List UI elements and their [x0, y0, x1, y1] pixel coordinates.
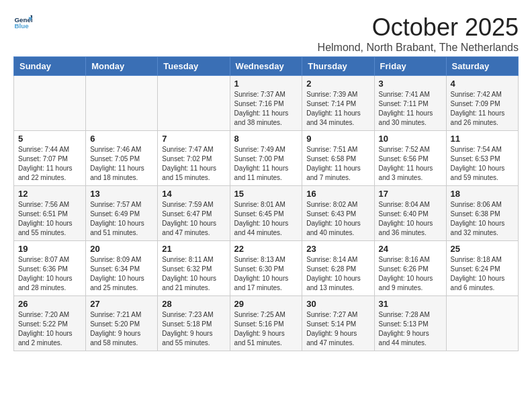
calendar-week-row: 19Sunrise: 8:07 AM Sunset: 6:36 PM Dayli… — [14, 241, 519, 296]
calendar-day-27: 27Sunrise: 7:21 AM Sunset: 5:20 PM Dayli… — [86, 296, 158, 351]
day-info: Sunrise: 8:09 AM Sunset: 6:34 PM Dayligh… — [90, 255, 153, 293]
month-title: October 2025 — [318, 13, 519, 42]
weekday-header-friday: Friday — [374, 57, 446, 76]
weekday-header-row: SundayMondayTuesdayWednesdayThursdayFrid… — [14, 57, 519, 76]
day-number: 16 — [306, 189, 369, 199]
day-number: 24 — [379, 244, 442, 254]
day-info: Sunrise: 7:42 AM Sunset: 7:09 PM Dayligh… — [451, 90, 514, 128]
day-info: Sunrise: 8:07 AM Sunset: 6:36 PM Dayligh… — [18, 255, 81, 293]
calendar-day-14: 14Sunrise: 7:59 AM Sunset: 6:47 PM Dayli… — [158, 186, 230, 241]
day-info: Sunrise: 8:11 AM Sunset: 6:32 PM Dayligh… — [162, 255, 225, 293]
day-number: 18 — [451, 189, 514, 199]
calendar-day-20: 20Sunrise: 8:09 AM Sunset: 6:34 PM Dayli… — [86, 241, 158, 296]
day-info: Sunrise: 7:47 AM Sunset: 7:02 PM Dayligh… — [162, 145, 225, 183]
svg-text:Blue: Blue — [14, 22, 29, 30]
day-number: 26 — [18, 299, 81, 309]
calendar-empty-cell — [14, 76, 86, 131]
day-info: Sunrise: 7:23 AM Sunset: 5:18 PM Dayligh… — [162, 310, 225, 348]
calendar-day-6: 6Sunrise: 7:46 AM Sunset: 7:05 PM Daylig… — [86, 131, 158, 186]
calendar-day-29: 29Sunrise: 7:25 AM Sunset: 5:16 PM Dayli… — [230, 296, 302, 351]
calendar-table: SundayMondayTuesdayWednesdayThursdayFrid… — [13, 56, 519, 351]
day-info: Sunrise: 8:02 AM Sunset: 6:43 PM Dayligh… — [306, 200, 369, 238]
weekday-header-thursday: Thursday — [302, 57, 374, 76]
day-number: 11 — [451, 134, 514, 144]
day-number: 6 — [90, 134, 153, 144]
day-number: 29 — [234, 299, 298, 309]
day-number: 23 — [306, 244, 369, 254]
calendar-day-12: 12Sunrise: 7:56 AM Sunset: 6:51 PM Dayli… — [14, 186, 86, 241]
day-info: Sunrise: 7:28 AM Sunset: 5:13 PM Dayligh… — [379, 310, 442, 348]
calendar-day-11: 11Sunrise: 7:54 AM Sunset: 6:53 PM Dayli… — [446, 131, 518, 186]
header: General Blue October 2025 Helmond, North… — [13, 13, 519, 54]
day-info: Sunrise: 8:04 AM Sunset: 6:40 PM Dayligh… — [379, 200, 442, 238]
day-number: 20 — [90, 244, 153, 254]
day-number: 1 — [234, 79, 298, 89]
day-number: 28 — [162, 299, 225, 309]
page-container: General Blue October 2025 Helmond, North… — [13, 13, 519, 351]
day-info: Sunrise: 7:27 AM Sunset: 5:14 PM Dayligh… — [306, 310, 369, 348]
day-number: 8 — [234, 134, 298, 144]
day-number: 21 — [162, 244, 225, 254]
day-info: Sunrise: 7:20 AM Sunset: 5:22 PM Dayligh… — [18, 310, 81, 348]
day-number: 7 — [162, 134, 225, 144]
day-info: Sunrise: 7:44 AM Sunset: 7:07 PM Dayligh… — [18, 145, 81, 183]
calendar-day-17: 17Sunrise: 8:04 AM Sunset: 6:40 PM Dayli… — [374, 186, 446, 241]
day-number: 2 — [306, 79, 369, 89]
calendar-day-21: 21Sunrise: 8:11 AM Sunset: 6:32 PM Dayli… — [158, 241, 230, 296]
calendar-day-7: 7Sunrise: 7:47 AM Sunset: 7:02 PM Daylig… — [158, 131, 230, 186]
calendar-day-30: 30Sunrise: 7:27 AM Sunset: 5:14 PM Dayli… — [302, 296, 374, 351]
weekday-header-sunday: Sunday — [14, 57, 86, 76]
day-info: Sunrise: 7:49 AM Sunset: 7:00 PM Dayligh… — [234, 145, 298, 183]
day-info: Sunrise: 7:39 AM Sunset: 7:14 PM Dayligh… — [306, 90, 369, 128]
calendar-day-31: 31Sunrise: 7:28 AM Sunset: 5:13 PM Dayli… — [374, 296, 446, 351]
weekday-header-saturday: Saturday — [446, 57, 518, 76]
calendar-week-row: 12Sunrise: 7:56 AM Sunset: 6:51 PM Dayli… — [14, 186, 519, 241]
calendar-day-19: 19Sunrise: 8:07 AM Sunset: 6:36 PM Dayli… — [14, 241, 86, 296]
calendar-week-row: 1Sunrise: 7:37 AM Sunset: 7:16 PM Daylig… — [14, 76, 519, 131]
calendar-day-3: 3Sunrise: 7:41 AM Sunset: 7:11 PM Daylig… — [374, 76, 446, 131]
calendar-day-8: 8Sunrise: 7:49 AM Sunset: 7:00 PM Daylig… — [230, 131, 302, 186]
day-info: Sunrise: 8:13 AM Sunset: 6:30 PM Dayligh… — [234, 255, 298, 293]
day-info: Sunrise: 7:59 AM Sunset: 6:47 PM Dayligh… — [162, 200, 225, 238]
calendar-day-25: 25Sunrise: 8:18 AM Sunset: 6:24 PM Dayli… — [446, 241, 518, 296]
day-number: 19 — [18, 244, 81, 254]
calendar-empty-cell — [86, 76, 158, 131]
calendar-day-5: 5Sunrise: 7:44 AM Sunset: 7:07 PM Daylig… — [14, 131, 86, 186]
day-info: Sunrise: 8:18 AM Sunset: 6:24 PM Dayligh… — [451, 255, 514, 293]
calendar-day-2: 2Sunrise: 7:39 AM Sunset: 7:14 PM Daylig… — [302, 76, 374, 131]
calendar-week-row: 26Sunrise: 7:20 AM Sunset: 5:22 PM Dayli… — [14, 296, 519, 351]
calendar-day-22: 22Sunrise: 8:13 AM Sunset: 6:30 PM Dayli… — [230, 241, 302, 296]
day-info: Sunrise: 7:52 AM Sunset: 6:56 PM Dayligh… — [379, 145, 442, 183]
day-number: 10 — [379, 134, 442, 144]
calendar-day-10: 10Sunrise: 7:52 AM Sunset: 6:56 PM Dayli… — [374, 131, 446, 186]
day-number: 5 — [18, 134, 81, 144]
calendar-day-4: 4Sunrise: 7:42 AM Sunset: 7:09 PM Daylig… — [446, 76, 518, 131]
calendar-day-1: 1Sunrise: 7:37 AM Sunset: 7:16 PM Daylig… — [230, 76, 302, 131]
day-number: 31 — [379, 299, 442, 309]
logo-icon: General Blue — [13, 13, 32, 32]
day-info: Sunrise: 7:37 AM Sunset: 7:16 PM Dayligh… — [234, 90, 298, 128]
day-number: 30 — [306, 299, 369, 309]
calendar-day-24: 24Sunrise: 8:16 AM Sunset: 6:26 PM Dayli… — [374, 241, 446, 296]
day-info: Sunrise: 7:57 AM Sunset: 6:49 PM Dayligh… — [90, 200, 153, 238]
day-number: 4 — [451, 79, 514, 89]
day-info: Sunrise: 8:14 AM Sunset: 6:28 PM Dayligh… — [306, 255, 369, 293]
day-number: 17 — [379, 189, 442, 199]
calendar-week-row: 5Sunrise: 7:44 AM Sunset: 7:07 PM Daylig… — [14, 131, 519, 186]
day-number: 14 — [162, 189, 225, 199]
calendar-day-28: 28Sunrise: 7:23 AM Sunset: 5:18 PM Dayli… — [158, 296, 230, 351]
day-info: Sunrise: 7:25 AM Sunset: 5:16 PM Dayligh… — [234, 310, 298, 348]
day-number: 22 — [234, 244, 298, 254]
calendar-empty-cell — [446, 296, 518, 351]
calendar-day-18: 18Sunrise: 8:06 AM Sunset: 6:38 PM Dayli… — [446, 186, 518, 241]
calendar-day-9: 9Sunrise: 7:51 AM Sunset: 6:58 PM Daylig… — [302, 131, 374, 186]
location-title: Helmond, North Brabant, The Netherlands — [318, 42, 519, 54]
calendar-day-23: 23Sunrise: 8:14 AM Sunset: 6:28 PM Dayli… — [302, 241, 374, 296]
logo: General Blue — [13, 13, 34, 32]
calendar-day-15: 15Sunrise: 8:01 AM Sunset: 6:45 PM Dayli… — [230, 186, 302, 241]
weekday-header-tuesday: Tuesday — [158, 57, 230, 76]
day-info: Sunrise: 8:16 AM Sunset: 6:26 PM Dayligh… — [379, 255, 442, 293]
day-number: 9 — [306, 134, 369, 144]
day-number: 25 — [451, 244, 514, 254]
day-number: 27 — [90, 299, 153, 309]
